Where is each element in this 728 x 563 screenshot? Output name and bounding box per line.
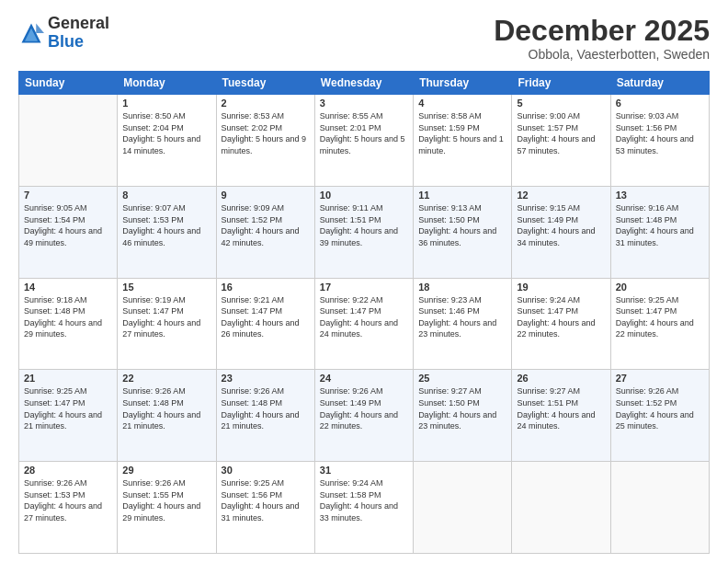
table-row: 15Sunrise: 9:19 AMSunset: 1:47 PMDayligh… <box>118 278 216 370</box>
table-row: 12Sunrise: 9:15 AMSunset: 1:49 PMDayligh… <box>512 186 610 278</box>
table-row: 17Sunrise: 9:22 AMSunset: 1:47 PMDayligh… <box>314 278 413 370</box>
calendar-header-row: Sunday Monday Tuesday Wednesday Thursday… <box>19 72 710 95</box>
table-row: 10Sunrise: 9:11 AMSunset: 1:51 PMDayligh… <box>314 186 413 278</box>
day-number: 30 <box>222 465 310 476</box>
cell-info: Sunrise: 9:09 AMSunset: 1:52 PMDaylight:… <box>222 202 310 248</box>
cell-info: Sunrise: 9:16 AMSunset: 1:48 PMDaylight:… <box>616 202 704 248</box>
day-number: 31 <box>320 465 408 476</box>
table-row: 2Sunrise: 8:53 AMSunset: 2:02 PMDaylight… <box>216 95 314 187</box>
logo: General Blue <box>18 15 109 52</box>
calendar-table: Sunday Monday Tuesday Wednesday Thursday… <box>18 71 710 554</box>
cell-info: Sunrise: 9:22 AMSunset: 1:47 PMDaylight:… <box>320 294 408 340</box>
table-row <box>414 462 512 554</box>
day-number: 29 <box>122 465 210 476</box>
table-row: 22Sunrise: 9:26 AMSunset: 1:48 PMDayligh… <box>118 370 216 462</box>
logo-icon <box>18 20 44 46</box>
cell-info: Sunrise: 9:19 AMSunset: 1:47 PMDaylight:… <box>122 294 210 340</box>
day-number: 20 <box>616 282 704 293</box>
table-row: 29Sunrise: 9:26 AMSunset: 1:55 PMDayligh… <box>118 462 216 554</box>
table-row: 14Sunrise: 9:18 AMSunset: 1:48 PMDayligh… <box>19 278 118 370</box>
calendar-week-5: 28Sunrise: 9:26 AMSunset: 1:53 PMDayligh… <box>19 462 710 554</box>
table-row: 18Sunrise: 9:23 AMSunset: 1:46 PMDayligh… <box>414 278 512 370</box>
day-number: 2 <box>222 98 310 109</box>
cell-info: Sunrise: 9:23 AMSunset: 1:46 PMDaylight:… <box>418 294 506 340</box>
logo-general: General <box>48 14 109 32</box>
day-number: 26 <box>517 373 605 384</box>
col-friday: Friday <box>512 72 610 95</box>
cell-info: Sunrise: 9:13 AMSunset: 1:50 PMDaylight:… <box>418 202 506 248</box>
table-row: 8Sunrise: 9:07 AMSunset: 1:53 PMDaylight… <box>118 186 216 278</box>
day-number: 22 <box>122 373 210 384</box>
day-number: 17 <box>320 282 408 293</box>
col-wednesday: Wednesday <box>314 72 413 95</box>
day-number: 8 <box>122 190 210 201</box>
day-number: 19 <box>517 282 605 293</box>
day-number: 13 <box>616 190 704 201</box>
table-row: 5Sunrise: 9:00 AMSunset: 1:57 PMDaylight… <box>512 95 610 187</box>
col-tuesday: Tuesday <box>216 72 314 95</box>
month-title: December 2025 <box>494 15 710 47</box>
page: General Blue December 2025 Obbola, Vaest… <box>0 0 728 563</box>
table-row: 27Sunrise: 9:26 AMSunset: 1:52 PMDayligh… <box>610 370 709 462</box>
calendar-week-4: 21Sunrise: 9:25 AMSunset: 1:47 PMDayligh… <box>19 370 710 462</box>
day-number: 25 <box>418 373 506 384</box>
table-row: 13Sunrise: 9:16 AMSunset: 1:48 PMDayligh… <box>610 186 709 278</box>
cell-info: Sunrise: 9:27 AMSunset: 1:50 PMDaylight:… <box>418 385 506 431</box>
table-row: 24Sunrise: 9:26 AMSunset: 1:49 PMDayligh… <box>314 370 413 462</box>
table-row <box>610 462 709 554</box>
svg-marker-2 <box>36 23 44 33</box>
table-row: 23Sunrise: 9:26 AMSunset: 1:48 PMDayligh… <box>216 370 314 462</box>
cell-info: Sunrise: 8:50 AMSunset: 2:04 PMDaylight:… <box>122 110 210 156</box>
day-number: 15 <box>122 282 210 293</box>
day-number: 1 <box>122 98 210 109</box>
day-number: 12 <box>517 190 605 201</box>
table-row <box>19 95 118 187</box>
day-number: 28 <box>24 465 112 476</box>
cell-info: Sunrise: 9:21 AMSunset: 1:47 PMDaylight:… <box>222 294 310 340</box>
table-row: 28Sunrise: 9:26 AMSunset: 1:53 PMDayligh… <box>19 462 118 554</box>
table-row: 9Sunrise: 9:09 AMSunset: 1:52 PMDaylight… <box>216 186 314 278</box>
day-number: 5 <box>517 98 605 109</box>
cell-info: Sunrise: 9:25 AMSunset: 1:56 PMDaylight:… <box>222 477 310 523</box>
table-row: 20Sunrise: 9:25 AMSunset: 1:47 PMDayligh… <box>610 278 709 370</box>
logo-text: General Blue <box>48 15 109 52</box>
cell-info: Sunrise: 9:27 AMSunset: 1:51 PMDaylight:… <box>517 385 605 431</box>
day-number: 18 <box>418 282 506 293</box>
cell-info: Sunrise: 9:03 AMSunset: 1:56 PMDaylight:… <box>616 110 704 156</box>
day-number: 6 <box>616 98 704 109</box>
cell-info: Sunrise: 9:24 AMSunset: 1:47 PMDaylight:… <box>517 294 605 340</box>
day-number: 24 <box>320 373 408 384</box>
day-number: 27 <box>616 373 704 384</box>
cell-info: Sunrise: 9:26 AMSunset: 1:49 PMDaylight:… <box>320 385 408 431</box>
logo-blue: Blue <box>48 32 84 51</box>
table-row: 30Sunrise: 9:25 AMSunset: 1:56 PMDayligh… <box>216 462 314 554</box>
table-row: 1Sunrise: 8:50 AMSunset: 2:04 PMDaylight… <box>118 95 216 187</box>
cell-info: Sunrise: 9:25 AMSunset: 1:47 PMDaylight:… <box>616 294 704 340</box>
col-monday: Monday <box>118 72 216 95</box>
day-number: 21 <box>24 373 112 384</box>
day-number: 11 <box>418 190 506 201</box>
calendar-week-1: 1Sunrise: 8:50 AMSunset: 2:04 PMDaylight… <box>19 95 710 187</box>
table-row: 3Sunrise: 8:55 AMSunset: 2:01 PMDaylight… <box>314 95 413 187</box>
cell-info: Sunrise: 9:24 AMSunset: 1:58 PMDaylight:… <box>320 477 408 523</box>
cell-info: Sunrise: 9:18 AMSunset: 1:48 PMDaylight:… <box>24 294 112 340</box>
cell-info: Sunrise: 9:15 AMSunset: 1:49 PMDaylight:… <box>517 202 605 248</box>
header: General Blue December 2025 Obbola, Vaest… <box>18 15 710 62</box>
cell-info: Sunrise: 9:07 AMSunset: 1:53 PMDaylight:… <box>122 202 210 248</box>
table-row: 11Sunrise: 9:13 AMSunset: 1:50 PMDayligh… <box>414 186 512 278</box>
cell-info: Sunrise: 8:58 AMSunset: 1:59 PMDaylight:… <box>418 110 506 156</box>
calendar-week-2: 7Sunrise: 9:05 AMSunset: 1:54 PMDaylight… <box>19 186 710 278</box>
day-number: 16 <box>222 282 310 293</box>
table-row: 7Sunrise: 9:05 AMSunset: 1:54 PMDaylight… <box>19 186 118 278</box>
table-row: 31Sunrise: 9:24 AMSunset: 1:58 PMDayligh… <box>314 462 413 554</box>
table-row: 25Sunrise: 9:27 AMSunset: 1:50 PMDayligh… <box>414 370 512 462</box>
table-row: 4Sunrise: 8:58 AMSunset: 1:59 PMDaylight… <box>414 95 512 187</box>
cell-info: Sunrise: 9:25 AMSunset: 1:47 PMDaylight:… <box>24 385 112 431</box>
table-row <box>512 462 610 554</box>
day-number: 4 <box>418 98 506 109</box>
cell-info: Sunrise: 9:26 AMSunset: 1:53 PMDaylight:… <box>24 477 112 523</box>
subtitle: Obbola, Vaesterbotten, Sweden <box>494 47 710 62</box>
table-row: 19Sunrise: 9:24 AMSunset: 1:47 PMDayligh… <box>512 278 610 370</box>
col-thursday: Thursday <box>414 72 512 95</box>
cell-info: Sunrise: 9:26 AMSunset: 1:52 PMDaylight:… <box>616 385 704 431</box>
